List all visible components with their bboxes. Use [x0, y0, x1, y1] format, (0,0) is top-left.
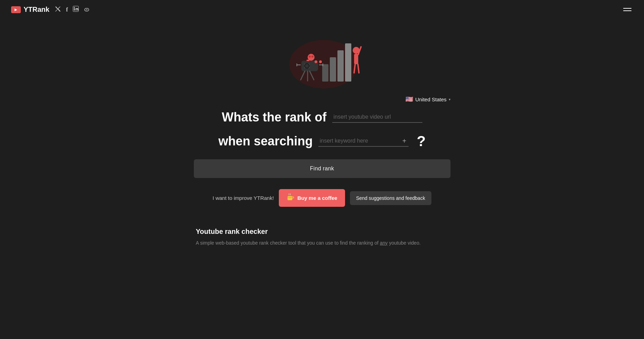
- logo-icon: [11, 6, 21, 13]
- question-mark: ?: [417, 133, 426, 150]
- svg-line-12: [358, 64, 359, 73]
- country-name: United States: [415, 96, 446, 102]
- svg-point-24: [309, 56, 311, 58]
- svg-point-16: [305, 64, 309, 68]
- link-icon[interactable]: [84, 7, 90, 13]
- svg-rect-1: [74, 8, 75, 11]
- coffee-icon: [286, 193, 294, 203]
- main-content: 🇺🇸 United States ▾ Whats the rank of whe…: [0, 19, 644, 268]
- search-section: Whats the rank of when searching + ? Fin…: [190, 110, 454, 189]
- buy-coffee-label: Buy me a coffee: [298, 195, 337, 201]
- svg-point-2: [74, 7, 75, 8]
- search-row-keyword: when searching + ?: [190, 133, 454, 150]
- info-title: Youtube rank checker: [196, 228, 448, 236]
- svg-rect-31: [287, 197, 292, 198]
- info-section: Youtube rank checker A simple web-based …: [190, 228, 454, 247]
- logo-link[interactable]: YTRank: [11, 6, 49, 14]
- country-flag: 🇺🇸: [405, 95, 413, 103]
- country-dropdown-arrow: ▾: [449, 98, 450, 101]
- svg-point-20: [315, 60, 317, 63]
- facebook-icon[interactable]: f: [66, 7, 68, 13]
- hero-illustration: [274, 26, 371, 88]
- twitter-icon[interactable]: [55, 6, 61, 13]
- svg-rect-7: [345, 43, 351, 82]
- info-description: A simple web-based youtube rank checker …: [196, 239, 448, 247]
- feedback-button[interactable]: Send suggestions and feedback: [350, 191, 431, 205]
- add-keyword-icon[interactable]: +: [400, 137, 409, 145]
- svg-point-23: [308, 54, 315, 61]
- keyword-input[interactable]: [318, 136, 400, 146]
- svg-rect-5: [330, 57, 336, 82]
- cta-label: I want to improve YTRank!: [213, 195, 274, 201]
- country-selector[interactable]: 🇺🇸 United States ▾: [405, 95, 450, 103]
- headline-part2: when searching: [218, 134, 313, 149]
- buy-coffee-button[interactable]: Buy me a coffee: [279, 189, 345, 207]
- header: YTRank f: [0, 0, 644, 19]
- svg-point-25: [311, 56, 314, 58]
- svg-rect-9: [354, 54, 358, 64]
- svg-rect-6: [337, 50, 344, 82]
- cta-row: I want to improve YTRank! Buy me a coffe…: [213, 189, 431, 207]
- hamburger-line-2: [623, 10, 632, 11]
- search-row-url: Whats the rank of: [190, 110, 454, 125]
- keyword-input-wrapper: +: [318, 136, 409, 147]
- hamburger-line-1: [623, 8, 632, 9]
- logo-text: YTRank: [24, 6, 49, 14]
- headline-part1: Whats the rank of: [222, 110, 326, 125]
- header-left: YTRank f: [11, 6, 90, 14]
- svg-rect-4: [322, 64, 328, 82]
- linkedin-icon[interactable]: [73, 6, 79, 13]
- hamburger-menu[interactable]: [622, 7, 633, 12]
- youtube-url-input[interactable]: [332, 112, 422, 123]
- find-rank-button[interactable]: Find rank: [194, 159, 450, 178]
- social-icons: f: [55, 6, 89, 13]
- svg-point-21: [319, 60, 322, 63]
